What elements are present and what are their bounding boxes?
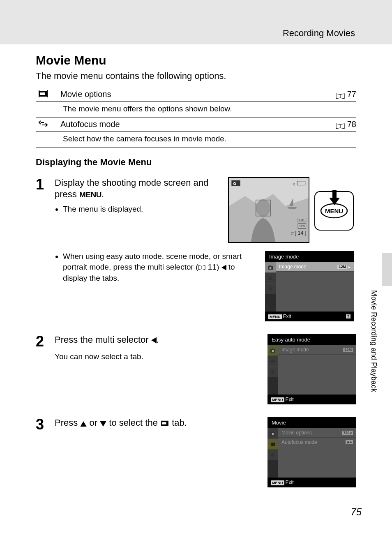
menu-screenshot-1: Image mode Image mode 12M▸ <box>265 251 354 321</box>
svg-rect-31 <box>272 432 273 432</box>
svg-point-24 <box>272 350 274 352</box>
menu-screenshot-2: Easy auto mode Image mode 12M <box>267 334 356 404</box>
svg-text:MENU: MENU <box>325 208 343 215</box>
left-triangle-icon <box>151 335 157 346</box>
step-number: 2 <box>36 334 49 349</box>
page-number: 75 <box>350 506 362 518</box>
svg-rect-28 <box>162 422 166 424</box>
step-1-instruction: Display the shooting mode screen and pre… <box>55 177 223 200</box>
menu-item-desc: The movie menu offers the options shown … <box>36 102 356 118</box>
step-2: 2 Press the multi selector . You can now… <box>36 329 356 404</box>
menu-screenshot-title: Image mode <box>265 251 354 262</box>
ms-tab-camera-icon <box>267 345 278 356</box>
svg-rect-21 <box>269 265 271 266</box>
svg-text:♫: ♫ <box>293 182 295 186</box>
svg-rect-1 <box>40 92 45 95</box>
page-ref-number: 77 <box>347 90 356 99</box>
side-thumb-tab <box>382 253 392 286</box>
step-2-instruction: Press the multi selector . <box>55 334 259 346</box>
svg-rect-32 <box>271 443 275 446</box>
step-3-instruction: Press or to select the tab. <box>55 417 259 429</box>
step-1: 1 Display the shooting mode screen and p… <box>36 172 356 321</box>
lcd-illustration: ✿ ♫ 720 12M [ 14 ] ▢ <box>228 177 309 243</box>
arrow-down-icon <box>327 190 341 206</box>
menu-table: Movie options 77 The movie menu offers t… <box>36 88 356 148</box>
menu-button-label: MENU <box>79 190 101 199</box>
menu-item-label: Movie options <box>60 90 323 99</box>
ms-tab-movie-icon <box>265 273 276 284</box>
subsection-title: Displaying the Movie Menu <box>36 157 356 168</box>
svg-text:12M: 12M <box>299 224 305 228</box>
intro-text: The movie menu contains the following op… <box>36 71 356 81</box>
ms-tab-setup-icon <box>267 367 278 377</box>
autofocus-icon <box>36 120 60 129</box>
ms-list-row: Movie options 720p <box>278 428 356 438</box>
step-3: 3 Press or to select the tab. Movie <box>36 412 356 487</box>
side-section-label: Movie Recording and Playback <box>369 290 378 392</box>
svg-text:[ 14 ]: [ 14 ] <box>295 230 306 236</box>
svg-rect-26 <box>271 360 275 363</box>
ms-tab-movie-icon <box>267 439 278 450</box>
svg-text:720: 720 <box>299 218 304 222</box>
left-triangle-icon <box>221 263 226 273</box>
menu-item-desc: Select how the camera focuses in movie m… <box>36 132 356 148</box>
chapter-title: Recording Movies <box>283 28 355 39</box>
section-title: Movie Menu <box>36 53 356 67</box>
ms-tab-setup-icon <box>265 284 276 294</box>
ms-tab-camera-icon <box>265 262 276 273</box>
step-1-bullet: The menu is displayed. <box>63 204 223 215</box>
menu-screenshot-3: Movie Movie options 720p Autofocus mod <box>267 417 356 487</box>
ms-list-row: Image mode 12M <box>278 345 356 355</box>
svg-text:▢: ▢ <box>291 231 295 235</box>
svg-point-5 <box>256 199 270 217</box>
svg-point-20 <box>270 267 272 269</box>
movie-options-icon <box>36 90 60 99</box>
svg-rect-25 <box>272 348 273 349</box>
step-number: 3 <box>36 417 49 432</box>
up-triangle-icon <box>80 418 87 429</box>
step-1-bullet-2: When using easy auto mode, scene mode, o… <box>63 251 257 284</box>
ms-tab-movie-icon <box>267 356 278 367</box>
movie-tab-icon <box>160 418 169 428</box>
svg-point-30 <box>272 433 274 435</box>
step-number: 1 <box>36 177 49 321</box>
menu-button-illustration: MENU <box>314 191 354 231</box>
ms-list-row: Image mode 12M▸ <box>276 262 354 272</box>
ms-tab-camera-icon <box>267 428 278 439</box>
menu-screenshot-title: Movie <box>267 417 356 428</box>
page-ref-number: 78 <box>347 120 356 129</box>
svg-text:✿: ✿ <box>233 181 236 186</box>
page-header-band: Recording Movies <box>0 0 392 44</box>
ms-tab-setup-icon <box>267 450 278 460</box>
page-ref-icon <box>336 122 345 127</box>
svg-rect-22 <box>268 277 272 280</box>
down-triangle-icon <box>100 418 106 429</box>
step-2-sub: You can now select a tab. <box>55 352 259 361</box>
menu-item-label: Autofocus mode <box>60 120 323 129</box>
menu-screenshot-title: Easy auto mode <box>267 334 356 345</box>
svg-rect-2 <box>39 90 39 97</box>
svg-rect-3 <box>47 90 48 97</box>
page-ref-icon <box>336 92 345 97</box>
help-icon: ? <box>346 314 351 318</box>
ms-list-row: Autofocus mode AF <box>278 438 356 447</box>
